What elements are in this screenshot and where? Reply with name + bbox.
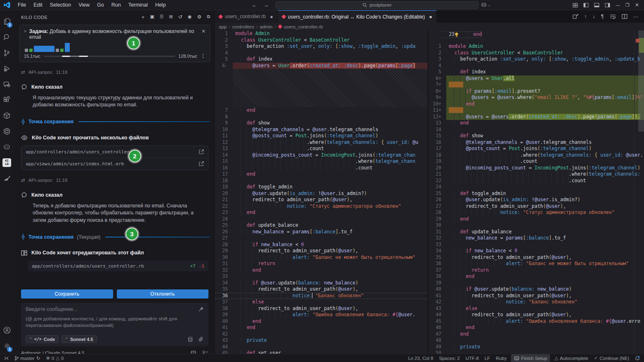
context-slider[interactable] <box>44 56 175 57</box>
copilot-menu[interactable]: ⌄ <box>481 2 490 7</box>
toggle-sidebar-right-icon[interactable] <box>605 3 610 7</box>
original-line-10[interactable]: 10 @telegram_channels = @user.telegram_c… <box>215 127 428 133</box>
modified-line-3[interactable]: 3 before_action :set_user, only: [:show,… <box>428 56 644 63</box>
modified-line-42[interactable]: 42 notice: "Баланс обновлен" <box>428 299 644 306</box>
modified-line-32[interactable]: 32 new_balance = params[:balance].to_f <box>428 235 644 242</box>
modified-line-43[interactable]: 43 else <box>428 306 644 312</box>
modified-line-25[interactable]: 25 def toggle_admin <box>428 190 644 197</box>
feedback-icon[interactable] <box>201 350 208 354</box>
modified-line-9+[interactable]: 9+ @users = @users.where("email ILIKE ?"… <box>428 94 644 101</box>
file-row-controller[interactable]: app/controllers/admin/users_controller.r… <box>21 146 208 158</box>
original-line-34[interactable]: 34 if @user.update(balance: new_balance) <box>215 280 428 287</box>
activity-accounts[interactable] <box>0 322 14 338</box>
breadcrumb-item[interactable]: users_controller.rb <box>284 24 323 29</box>
original-line-9[interactable]: 9 def show <box>215 120 428 127</box>
menu-edit[interactable]: Edit <box>30 0 46 10</box>
attach-icon[interactable] <box>198 336 204 342</box>
modified-line-26[interactable]: 26 @user.update(is_admin: !@user.is_admi… <box>428 197 644 203</box>
modified-line-15[interactable]: 15 def show <box>428 133 644 139</box>
modified-line-4[interactable]: 4 <box>428 63 644 69</box>
original-line-42[interactable]: 42 <box>215 331 428 338</box>
original-line-37[interactable]: 37 else <box>215 299 428 306</box>
modified-line-19[interactable]: 19 .count <box>428 158 644 165</box>
menu-go[interactable]: Go <box>93 0 108 10</box>
git-branch-item[interactable]: master ↻ <box>12 354 43 362</box>
encoding[interactable]: UTF-8 <box>463 354 482 362</box>
more-actions-icon[interactable]: ⋯ <box>633 14 639 20</box>
checkpoint-current-row[interactable]: Точка сохранения (Текущая) <box>21 234 210 240</box>
eol-sequence[interactable]: LF <box>482 354 493 362</box>
modified-dot-icon[interactable]: ● <box>270 14 273 20</box>
original-line-36[interactable]: 36 notice: "Баланс обновлен" <box>215 293 428 299</box>
original-line-45[interactable]: 45 def set_user <box>215 350 428 354</box>
original-line-20[interactable]: 20 @user.update(is_admin: !@user.is_admi… <box>215 190 428 197</box>
original-line-22[interactable]: 22 notice: "Статус администратора обновл… <box>215 203 428 210</box>
modified-line-5[interactable]: 5 def index <box>428 69 644 75</box>
modified-line-49[interactable]: 49 private <box>428 344 644 350</box>
modified-line-23[interactable]: 23 end <box>441 31 482 38</box>
notifications-bell[interactable] <box>632 354 644 362</box>
edit-file-row[interactable]: app/controllers/admin/users_controller.r… <box>28 261 208 271</box>
sync-icon[interactable]: ↻ <box>36 355 40 361</box>
task-card[interactable]: > Задача: Добавь в админку возможность ф… <box>19 25 210 62</box>
modified-line-44[interactable]: 44 redirect_to admin_user_path(@user), <box>428 312 644 318</box>
original-line-5[interactable]: 5 def index <box>215 56 428 63</box>
close-icon[interactable]: ✕ <box>635 2 639 8</box>
modified-line-14[interactable]: 14 <box>428 127 644 133</box>
modified-line-50[interactable]: 50 <box>428 350 644 354</box>
preview-icon[interactable]: ▣ <box>150 14 154 20</box>
original-line-25[interactable]: 25 def update_balance <box>215 222 428 229</box>
original-line-1[interactable]: 1module Admin <box>215 31 428 37</box>
mode-selector[interactable]: ⌃ </> Code <box>26 335 59 343</box>
modified-line-29[interactable]: 29 end <box>428 216 644 223</box>
original-line-44[interactable]: 44 <box>215 344 428 350</box>
word-wrap-icon[interactable] <box>610 14 616 19</box>
original-line-24[interactable]: 24 <box>215 216 428 223</box>
modified-line-46[interactable]: 46 end <box>428 324 644 331</box>
previous-change-icon[interactable]: ↑ <box>584 14 587 19</box>
modified-line-38[interactable]: 38 end <box>428 273 644 280</box>
breadcrumb-item[interactable]: app <box>219 24 227 29</box>
original-line-23[interactable]: 23 end <box>215 209 428 216</box>
task-close-icon[interactable]: ✕ <box>201 28 206 34</box>
modified-line-2[interactable]: 2 class UsersController < BaseController <box>428 50 644 56</box>
original-line-28[interactable]: 28 if new_balance < 0 <box>215 242 428 248</box>
menu-file[interactable]: File <box>14 0 30 10</box>
diff-editor[interactable]: 1module Admin2 class UsersController < B… <box>215 31 644 354</box>
diff-original-pane[interactable]: 1module Admin2 class UsersController < B… <box>215 31 428 354</box>
modified-line-22[interactable]: 22 .count <box>428 178 644 184</box>
menu-terminal[interactable]: Terminal <box>125 0 152 10</box>
restore-icon[interactable]: ❐ <box>625 2 630 8</box>
menu-view[interactable]: View <box>75 0 93 10</box>
modified-line-11+[interactable]: 11+ <box>428 107 644 114</box>
account-icon[interactable]: ◉ <box>188 14 192 20</box>
original-line-30[interactable]: 30 alert: "Баланс не может быть отрицате… <box>215 254 428 261</box>
original-line-27[interactable]: 27 <box>215 235 428 242</box>
modified-line-8+[interactable]: 8+ if params[:email].present? <box>428 88 644 95</box>
modified-line-35[interactable]: 35 redirect_to admin_user_path(@user), <box>428 254 644 261</box>
open-changes-icon[interactable] <box>573 14 578 19</box>
modified-line-20[interactable]: 20 @incoming_posts_count = IncomingPost.… <box>428 165 644 172</box>
modified-line-41[interactable]: 41 redirect_to admin_user_path(@user), <box>428 293 644 299</box>
original-line-14[interactable]: 14 @incoming_posts_count = IncomingPost.… <box>215 152 428 159</box>
original-line-29[interactable]: 29 redirect_to admin_user_path(@user), <box>215 248 428 254</box>
enhance-prompt-icon[interactable] <box>198 306 204 312</box>
modified-line-7+[interactable]: 7+ <box>428 82 644 88</box>
modified-line-31[interactable]: 31 def update_balance <box>428 229 644 235</box>
modified-line-28[interactable]: 28 notice: "Статус администратора обновл… <box>428 209 644 216</box>
modified-line-36[interactable]: 36 alert: "Баланс не может быть отрицате… <box>428 261 644 267</box>
modified-line-10+[interactable]: 10+ end <box>428 101 644 108</box>
next-change-icon[interactable]: ↓ <box>593 14 595 19</box>
open-file-icon[interactable] <box>199 149 204 155</box>
finish-setup-item[interactable]: Finish Setup <box>511 354 550 362</box>
split-editor-icon[interactable] <box>622 14 627 19</box>
task-collapse-icon[interactable]: > <box>24 29 26 33</box>
rate-limits-icon[interactable] <box>190 350 197 354</box>
activity-source-control[interactable] <box>0 45 14 61</box>
activity-search[interactable] <box>0 29 14 45</box>
original-line-19[interactable]: 19 def toggle_admin <box>215 184 428 190</box>
activity-extensions[interactable] <box>0 92 14 108</box>
original-line-38[interactable]: 38 redirect_to admin_user_path(@user), <box>215 306 428 312</box>
modified-line-21[interactable]: 21 .where(telegram_channels: <box>428 171 644 178</box>
original-line-3[interactable]: 3 before_action :set_user, only: [:show,… <box>215 43 428 50</box>
